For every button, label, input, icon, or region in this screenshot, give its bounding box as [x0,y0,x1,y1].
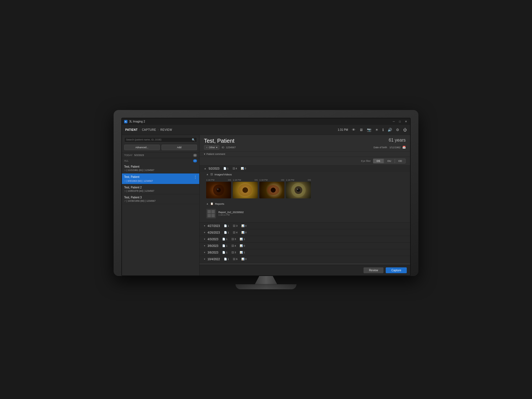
monitor-icon-btn[interactable]: 🖥 [359,128,363,132]
session-date-1: 4/27/2023 [208,224,220,227]
patient-id-label: ID 1234567 [222,146,236,149]
all-badge: 7 [193,159,197,162]
all-label: ALL [124,159,129,162]
svg-point-6 [271,188,276,193]
session-header-5[interactable]: ▾ 3/8/2023 📄 1 🖼 3 [200,249,410,256]
add-button[interactable]: Add [162,145,197,150]
session-chevron-3: ▾ [204,238,205,241]
subcategory-reports-header[interactable]: ▲ 📋 Reports [200,201,410,206]
info-icon-btn[interactable]: ℹ [382,128,384,132]
search-icon-btn[interactable]: 🔍 [192,138,195,141]
minimize-button[interactable]: ─ [392,120,396,124]
image-thumb-3[interactable] [286,182,311,198]
session-row-1: ▾ 4/27/2023 📄 1 🖼 3 [200,223,410,229]
session-date-4: 3/9/2023 [208,244,218,247]
nav-sep-2: › [158,128,158,131]
camera-settings-icon-btn[interactable]: 📷 [367,128,371,132]
eye-btn-od[interactable]: OD [395,158,406,163]
image-cell-3: 1:18 PM OS [286,179,311,198]
main-layout: 🔍 Advanced... Add TODAY 5/2/2023 0 [122,135,410,275]
maximize-button[interactable]: □ [398,120,402,124]
session-header-6[interactable]: ▾ 10/4/2022 📄 1 🖼 6 [200,256,410,262]
calendar-icon-btn[interactable]: 📅 [402,146,406,149]
settings-icon-btn[interactable]: ⚙ [396,128,399,132]
nav-patient[interactable]: PATIENT [125,128,138,131]
session-row-0: ▲ 5/2/2023 📄 1 🖼 4 [200,165,410,223]
search-input[interactable] [126,138,192,141]
session-header-3[interactable]: ▾ 4/3/2023 📄 1 🖼 3 [200,236,410,242]
eye-icon-btn[interactable]: 👁 [352,128,355,132]
patient-item-header: Test, Patient [124,165,197,168]
svg-point-4 [242,187,248,193]
patient-detail: ♀ | 11/1/1961 (61) | 1234567 [124,169,197,172]
patient-meta: ♀ Other ▾ ID 1234567 Date of birth [204,145,406,150]
patient-item[interactable]: Test, Patient ♀ | 11/1/1961 (61) | 12345… [122,163,199,173]
session-date-6: 10/4/2022 [208,258,220,261]
session-header-0[interactable]: ▲ 5/2/2023 📄 1 🖼 4 [200,165,410,172]
subcategory-reports-label: Reports [215,202,224,205]
brightness-icon-btn[interactable]: ☀ [375,128,378,132]
image-thumb-2[interactable] [259,182,284,198]
app-title: 3L Imaging 2 [129,120,145,123]
session-count-docs-3: 📄 1 [222,238,227,241]
nav-review[interactable]: REVIEW [160,128,172,131]
session-chevron-4: ▾ [204,244,205,247]
session-date-3: 4/3/2023 [208,238,218,241]
patient-comment-label: Patient comment [206,153,225,155]
volume-icon-btn[interactable]: 🔊 [388,128,392,132]
image-cell-0: 1:18 PM OS [206,179,231,198]
image-cell-2: 1:18 PM OD [259,179,284,198]
session-chevron-1: ▾ [204,224,205,227]
advanced-button[interactable]: Advanced... [124,145,160,150]
subcategory-chevron-images: ▲ [206,173,209,176]
close-button[interactable]: ✕ [404,120,408,124]
session-count-images-5: 🖼 3 [231,251,236,254]
session-header-4[interactable]: ▾ 3/9/2023 📄 1 🖼 4 [200,243,410,249]
image-cell-1: 1:18 PM OS [233,179,258,198]
patient-type-badge[interactable]: ♀ Other ▾ [204,145,219,150]
eye-btn-ou[interactable]: OU [384,158,395,163]
patient-more-button[interactable]: ⋮ [194,175,197,179]
patient-item-selected[interactable]: Test, Patient ⋮ ♀ | 6/5/1963 (60) | 1234… [122,173,199,184]
capture-button[interactable]: Capture [386,267,407,273]
power-icon-btn[interactable]: ⏻ [403,128,407,132]
session-row-3: ▾ 4/3/2023 📄 1 🖼 3 [200,236,410,243]
patient-item-3[interactable]: Test, Patient 3 ♂ | 10/30/1956 (66) | 12… [122,194,199,204]
session-chevron-2: ▾ [204,231,205,234]
session-count-docs-2: 📄 1 [224,231,229,234]
subcategory-images-header[interactable]: ▲ 🖼 Images/Videos [200,172,410,177]
session-chevron-5: ▾ [204,251,205,254]
session-header-1[interactable]: ▾ 4/27/2023 📄 1 🖼 3 [200,223,410,229]
patient-name-selected: Test, Patient [124,175,139,178]
search-input-wrap[interactable]: 🔍 [124,137,197,142]
patient-comment-row[interactable]: ▾ Patient comment [200,152,410,157]
nav-capture[interactable]: CAPTURE [142,128,156,131]
dropdown-icon: ▾ [216,146,218,149]
session-count-docs-5: 📄 1 [222,251,227,254]
title-bar: 3L 3L Imaging 2 ─ □ ✕ [122,118,410,125]
session-count-reports-2: 📊 0 [241,231,247,234]
eye-btn-os[interactable]: OS [373,158,384,163]
today-badge: 0 [193,154,197,157]
report-item-0[interactable]: Report_2x2_20230502 1:18:11 PM [206,208,403,220]
session-count-images-2: 🖼 4 [233,231,237,234]
svg-point-1 [216,188,221,192]
nav-bar: PATIENT › CAPTURE › REVIEW 1:31 PM 👁 🖥 📷… [122,125,410,135]
image-thumb-0[interactable] [206,182,231,198]
image-thumb-1[interactable] [233,182,258,198]
session-header-2[interactable]: ▾ 4/26/2023 📄 1 🖼 4 [200,229,410,236]
session-count-docs-0: 📄 1 [223,167,229,170]
report-name-0: Report_2x2_20230502 [218,211,244,214]
session-row-2: ▾ 4/26/2023 📄 1 🖼 4 [200,229,410,236]
image-meta-1: 1:18 PM OS [233,179,258,181]
patient-item-2[interactable]: Test, Patient 2 ♀ | 10/8/1978 (44) | 123… [122,184,199,194]
review-button[interactable]: Review [364,267,384,273]
patient-type: Other [209,146,215,149]
svg-point-2 [217,188,219,190]
session-count-reports-0: 📊 0 [241,167,246,170]
patient-item-header-2: Test, Patient 2 [124,186,197,189]
session-chevron-0: ▲ [204,167,206,170]
session-count-reports-5: 📊 1 [240,251,245,254]
images-grid: 1:18 PM OS [200,177,410,201]
person-icon: ♀ [206,146,208,149]
